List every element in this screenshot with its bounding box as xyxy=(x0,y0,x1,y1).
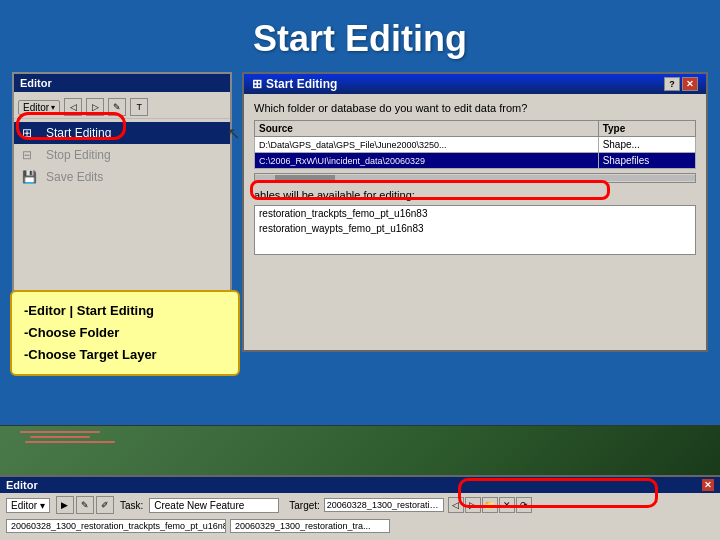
bottom-second-row: 20060328_1300_restoration_trackpts_femo_… xyxy=(0,517,720,535)
note-line-1: -Editor | Start Editing xyxy=(24,300,226,322)
bottom-toolbar-title: Editor xyxy=(6,479,38,491)
target-section: Target: 20060328_1300_restoration_tra ◁ … xyxy=(289,497,532,513)
task-dropdown[interactable]: Create New Feature xyxy=(149,498,279,513)
target-row-item-1[interactable]: 20060328_1300_restoration_trackpts_femo_… xyxy=(6,519,226,533)
nav-icon-group: ▶ ✎ ✐ xyxy=(56,496,114,514)
note-line-3: -Choose Target Layer xyxy=(24,344,226,366)
back-icon[interactable]: ◁ xyxy=(64,98,82,116)
start-edit-icon: ⊞ xyxy=(22,126,40,140)
layer-item-2[interactable]: restoration_waypts_femo_pt_u16n83 xyxy=(255,221,695,236)
map-lines xyxy=(20,431,115,446)
menu-item-start-editing[interactable]: ⊞ Start Editing ↖ xyxy=(14,122,230,144)
pencil-icon[interactable]: ✎ xyxy=(108,98,126,116)
source-table: Source Type D:\Data\GPS_data\GPS_File\Ju… xyxy=(254,120,696,169)
bottom-editor-dropdown[interactable]: Editor ▾ xyxy=(6,498,50,513)
bottom-editor-label: Editor ▾ xyxy=(11,500,45,511)
help-button[interactable]: ? xyxy=(664,77,680,91)
target-row-item-2[interactable]: 20060329_1300_restoration_tra... xyxy=(230,519,390,533)
editor-menu-titlebar: Editor xyxy=(14,74,230,92)
next-btn[interactable]: ▷ xyxy=(465,497,481,513)
save-edit-icon: 💾 xyxy=(22,170,40,184)
type-cell-2: Shapefiles xyxy=(598,153,695,169)
stop-edit-icon: ⊟ xyxy=(22,148,40,162)
source-cell-1: D:\Data\GPS_data\GPS_File\June2000\3250.… xyxy=(255,137,599,153)
play-icon[interactable]: ▶ xyxy=(56,496,74,514)
start-editing-label: Start Editing xyxy=(46,126,111,140)
available-label: ables will be available for editing: xyxy=(254,189,696,201)
target-value: 20060328_1300_restoration_tra xyxy=(327,500,444,510)
source-column-header: Source xyxy=(255,121,599,137)
source-cell-2: C:\2006_RxW\UI\incident_data\20060329 xyxy=(255,153,599,169)
horizontal-scrollbar[interactable] xyxy=(254,173,696,183)
menu-item-save-edits[interactable]: 💾 Save Edits xyxy=(14,166,230,188)
note-box: -Editor | Start Editing -Choose Folder -… xyxy=(10,290,240,376)
nav-buttons: ◁ ▷ 📁 ✕ ⟳ xyxy=(448,497,532,513)
bottom-toolbar-titlebar: Editor ✕ xyxy=(0,477,720,493)
bottom-close-button[interactable]: ✕ xyxy=(702,479,714,491)
layer-list[interactable]: restoration_trackpts_femo_pt_u16n83 rest… xyxy=(254,205,696,255)
dialog-titlebar: ⊞ Start Editing ? ✕ xyxy=(244,74,706,94)
editor-dropdown-label: Editor xyxy=(23,102,49,113)
editor-menu-title: Editor xyxy=(20,77,52,89)
bottom-toolbar-body: Editor ▾ ▶ ✎ ✐ Task: Create New Feature … xyxy=(0,493,720,517)
target-label: Target: xyxy=(289,500,320,511)
note-line-2: -Choose Folder xyxy=(24,322,226,344)
table-row[interactable]: D:\Data\GPS_data\GPS_File\June2000\3250.… xyxy=(255,137,696,153)
editor-menu-panel: Editor Editor ▾ ◁ ▷ ✎ T ⊞ Start Editing … xyxy=(12,72,232,292)
dialog-title: Start Editing xyxy=(266,77,337,91)
editor-dropdown-btn[interactable]: Editor ▾ xyxy=(18,100,60,115)
prev-btn[interactable]: ◁ xyxy=(448,497,464,513)
type-cell-1: Shape... xyxy=(598,137,695,153)
stop-editing-label: Stop Editing xyxy=(46,148,111,162)
task-value: Create New Feature xyxy=(154,500,244,511)
dialog-question: Which folder or database do you want to … xyxy=(254,102,696,114)
table-row-selected[interactable]: C:\2006_RxW\UI\incident_data\20060329 Sh… xyxy=(255,153,696,169)
menu-item-stop-editing[interactable]: ⊟ Stop Editing xyxy=(14,144,230,166)
edit2-icon[interactable]: ✐ xyxy=(96,496,114,514)
type-column-header: Type xyxy=(598,121,695,137)
refresh-btn[interactable]: ⟳ xyxy=(516,497,532,513)
t-icon[interactable]: T xyxy=(130,98,148,116)
clear-btn[interactable]: ✕ xyxy=(499,497,515,513)
target-dropdown[interactable]: 20060328_1300_restoration_tra xyxy=(324,498,444,512)
bottom-toolbar: Editor ✕ Editor ▾ ▶ ✎ ✐ Task: Create New… xyxy=(0,475,720,540)
start-editing-dialog: ⊞ Start Editing ? ✕ Which folder or data… xyxy=(242,72,708,352)
open-btn[interactable]: 📁 xyxy=(482,497,498,513)
layer-item-1[interactable]: restoration_trackpts_femo_pt_u16n83 xyxy=(255,206,695,221)
save-edits-label: Save Edits xyxy=(46,170,103,184)
cursor-icon: ↖ xyxy=(227,124,240,143)
close-button[interactable]: ✕ xyxy=(682,77,698,91)
map-preview xyxy=(0,425,720,475)
dropdown-arrow-icon: ▾ xyxy=(51,103,55,112)
task-label: Task: xyxy=(120,500,143,511)
page-title: Start Editing xyxy=(0,0,720,72)
dialog-icon: ⊞ xyxy=(252,77,262,91)
pencil2-icon[interactable]: ✎ xyxy=(76,496,94,514)
forward-icon[interactable]: ▷ xyxy=(86,98,104,116)
